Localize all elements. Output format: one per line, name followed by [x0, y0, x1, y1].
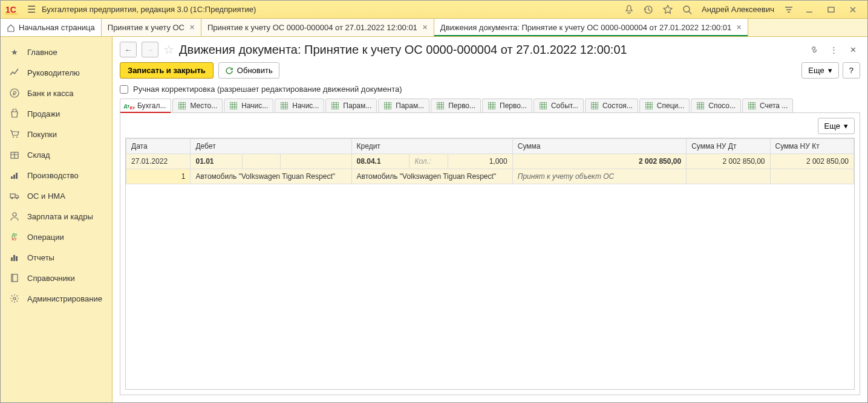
star-icon: ★	[9, 47, 20, 57]
link-icon[interactable]	[807, 42, 821, 57]
cell-sum-nu-kt: 2 002 850,00	[770, 154, 853, 169]
grid-icon	[229, 102, 238, 110]
dtkt-icon: ДтКт	[125, 102, 134, 110]
titlebar: 1С ☰ Бухгалтерия предприятия, редакция 3…	[1, 1, 867, 19]
tab-home[interactable]: Начальная страница	[1, 19, 102, 36]
star-icon[interactable]	[659, 1, 676, 18]
close-icon[interactable]: ✕	[422, 24, 428, 31]
bag-icon	[9, 108, 20, 119]
regtab-8[interactable]: Событ...	[534, 98, 584, 112]
close-icon[interactable]: ✕	[736, 24, 742, 31]
th-debit[interactable]: Дебет	[191, 139, 351, 154]
close-button[interactable]	[843, 1, 863, 18]
close-page-icon[interactable]: ✕	[846, 42, 860, 57]
refresh-button[interactable]: Обновить	[218, 62, 279, 79]
factory-icon	[9, 170, 20, 181]
regtab-4[interactable]: Парам...	[325, 98, 377, 112]
cell-row-num: 1	[126, 169, 191, 184]
sidebar-item-assets[interactable]: ОС и НМА	[1, 185, 112, 206]
table-row[interactable]: 1 Автомобиль "Volkswagen Tiguan Respect"…	[126, 169, 854, 184]
logo-1c: 1С	[5, 4, 21, 15]
save-close-button[interactable]: Записать и закрыть	[120, 62, 214, 79]
maximize-button[interactable]	[821, 1, 841, 18]
help-button[interactable]: ?	[843, 62, 860, 79]
kol-label: Кол.:	[414, 157, 431, 166]
svg-point-7	[16, 137, 18, 138]
search-icon[interactable]	[679, 1, 696, 18]
main-menu-icon[interactable]: ☰	[21, 4, 42, 15]
svg-rect-24	[331, 102, 339, 109]
grid-icon	[645, 102, 653, 110]
th-sum[interactable]: Сумма	[512, 139, 686, 154]
bell-icon[interactable]	[621, 1, 638, 18]
grid-icon	[436, 102, 445, 110]
sidebar-item-hr[interactable]: Зарплата и кадры	[1, 206, 112, 227]
svg-point-13	[11, 198, 13, 199]
svg-rect-28	[540, 102, 547, 109]
grid-icon	[383, 102, 392, 110]
th-sum-nu-kt[interactable]: Сумма НУ Кт	[770, 139, 853, 154]
accounting-table[interactable]: Дата Дебет Кредит Сумма Сумма НУ Дт Сумм…	[125, 138, 855, 390]
cell-date: 27.01.2022	[126, 154, 191, 169]
sidebar-item-admin[interactable]: Администрирование	[1, 288, 112, 309]
table-more-button[interactable]: Еще ▾	[818, 118, 855, 134]
svg-rect-27	[488, 102, 495, 109]
regtab-1[interactable]: Место...	[172, 98, 223, 112]
regtab-9[interactable]: Состоя...	[585, 98, 638, 112]
user-name[interactable]: Андрей Алексеевич	[698, 5, 778, 14]
sidebar-item-operations[interactable]: ДтКтОперации	[1, 227, 112, 247]
regtab-3[interactable]: Начис...	[275, 98, 324, 112]
th-sum-nu-dt[interactable]: Сумма НУ Дт	[687, 139, 770, 154]
tab-3[interactable]: Движения документа: Принятие к учету ОС …	[434, 19, 748, 36]
cell-credit-obj: Автомобиль "Volkswagen Tiguan Respect"	[351, 169, 512, 184]
regtab-5[interactable]: Парам...	[378, 98, 429, 112]
sidebar-item-sales[interactable]: Продажи	[1, 103, 112, 124]
history-icon[interactable]	[640, 1, 657, 18]
regtab-11[interactable]: Спосо...	[691, 98, 741, 112]
sidebar-item-warehouse[interactable]: Склад	[1, 144, 112, 165]
nav-back-button[interactable]: ←	[120, 42, 137, 57]
document-tabs: Начальная страница Принятие к учету ОС ✕…	[1, 19, 867, 37]
close-icon[interactable]: ✕	[189, 24, 195, 31]
cell-debit-obj: Автомобиль "Volkswagen Tiguan Respect"	[191, 169, 351, 184]
regtab-2[interactable]: Начис...	[224, 98, 273, 112]
minimize-button[interactable]	[800, 1, 819, 18]
tab-2[interactable]: Принятие к учету ОС 0000-000004 от 27.01…	[201, 19, 434, 36]
cell-credit-acc: 08.04.1	[351, 154, 410, 169]
cart-icon	[9, 129, 20, 140]
regtab-accounting[interactable]: ДтКтБухгал...	[120, 98, 171, 112]
table-row[interactable]: 27.01.2022 01.01 08.04.1 Кол.: 1,000 2 0…	[126, 154, 854, 169]
sidebar-item-production[interactable]: Производство	[1, 165, 112, 185]
sidebar-item-purchases[interactable]: Покупки	[1, 124, 112, 144]
tab-1[interactable]: Принятие к учету ОС ✕	[102, 19, 201, 36]
favorite-star-icon[interactable]: ☆	[163, 42, 174, 57]
regtab-7[interactable]: Перво...	[482, 98, 532, 112]
svg-text:₽: ₽	[13, 90, 17, 97]
sidebar-item-manager[interactable]: Руководителю	[1, 62, 112, 83]
svg-point-14	[16, 198, 18, 199]
nav-forward-button[interactable]: →	[142, 42, 158, 57]
svg-rect-17	[13, 255, 15, 261]
settings-lines-icon[interactable]	[780, 1, 797, 18]
register-tabs: ДтКтБухгал... Место... Начис... Начис...…	[120, 98, 860, 113]
regtab-6[interactable]: Перво...	[431, 98, 481, 112]
regtab-12[interactable]: Счета ...	[742, 98, 793, 112]
th-credit[interactable]: Кредит	[351, 139, 512, 154]
tab-home-label: Начальная страница	[19, 23, 95, 32]
chevron-down-icon: ▾	[828, 66, 832, 75]
more-button[interactable]: Еще ▾	[801, 62, 838, 79]
sidebar-item-main[interactable]: ★Главное	[1, 42, 112, 62]
th-date[interactable]: Дата	[126, 139, 191, 154]
more-vertical-icon[interactable]: ⋮	[826, 42, 841, 57]
regtab-10[interactable]: Специ...	[639, 98, 690, 112]
sidebar-item-reports[interactable]: Отчеты	[1, 247, 112, 268]
cell-debit-acc: 01.01	[191, 154, 242, 169]
sidebar-item-catalogs[interactable]: Справочники	[1, 268, 112, 288]
svg-point-2	[684, 6, 690, 12]
refresh-icon	[225, 66, 233, 75]
manual-edit-checkbox[interactable]	[120, 85, 128, 94]
sidebar-item-bank[interactable]: ₽Банк и касса	[1, 83, 112, 103]
svg-rect-16	[11, 257, 13, 261]
svg-point-20	[13, 297, 16, 300]
svg-point-15	[13, 213, 16, 216]
